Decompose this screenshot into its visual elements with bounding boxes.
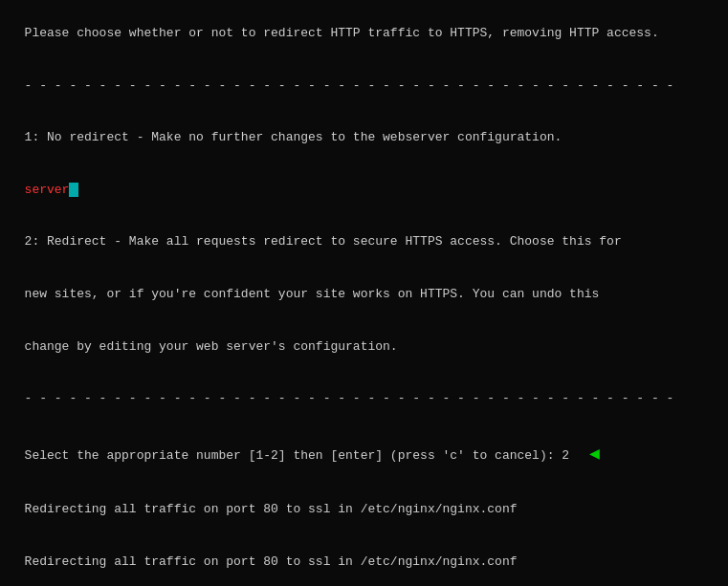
line-intro: Please choose whether or not to redirect… (25, 26, 659, 40)
line-select-prompt: Select the appropriate number [1-2] then… (25, 448, 570, 463)
line-redirecting-2: Redirecting all traffic on port 80 to ss… (25, 554, 518, 569)
line-redirect-desc3: change by editing your web server's conf… (25, 339, 398, 354)
server-word: server (25, 183, 70, 197)
line-redirecting-1: Redirecting all traffic on port 80 to ss… (25, 502, 518, 516)
line-no-redirect: 1: No redirect - Make no further changes… (25, 130, 563, 144)
arrow-icon: ◀ (579, 445, 600, 464)
cursor-block (69, 183, 78, 197)
line-redirect-desc2: new sites, or if you're confident your s… (25, 287, 600, 301)
terminal-output: Please choose whether or not to redirect… (10, 8, 718, 586)
line-redirect-desc1: 2: Redirect - Make all requests redirect… (25, 234, 622, 249)
divider-2: - - - - - - - - - - - - - - - - - - - - … (25, 391, 674, 405)
divider-1: - - - - - - - - - - - - - - - - - - - - … (25, 78, 674, 93)
